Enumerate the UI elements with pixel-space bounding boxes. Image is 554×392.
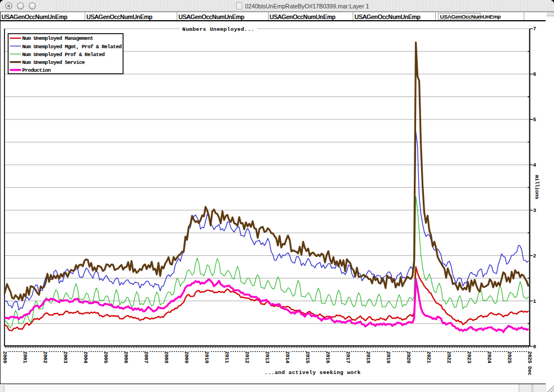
svg-text:1: 1: [533, 298, 537, 305]
svg-text:2005: 2005: [103, 351, 109, 363]
svg-text:2003: 2003: [62, 351, 68, 363]
svg-text:Num Unemployed Service: Num Unemployed Service: [22, 59, 85, 66]
svg-text:millions: millions: [534, 175, 540, 200]
svg-text:2014: 2014: [284, 351, 290, 363]
svg-text:2025: 2025: [506, 351, 513, 363]
svg-text:2019: 2019: [385, 351, 391, 363]
svg-text:7: 7: [533, 26, 537, 32]
svg-text:2024: 2024: [486, 351, 492, 363]
svg-text:2025 Dec: 2025 Dec: [527, 351, 533, 376]
svg-text:2023: 2023: [466, 351, 472, 363]
svg-text:5: 5: [533, 117, 537, 123]
svg-text:2021: 2021: [426, 351, 432, 363]
svg-text:2007: 2007: [143, 351, 149, 363]
svg-text:6: 6: [533, 71, 537, 77]
svg-text:2015: 2015: [304, 351, 311, 363]
svg-text:2006: 2006: [123, 351, 129, 363]
svg-text:2020: 2020: [405, 351, 412, 363]
svg-text:0: 0: [533, 344, 537, 350]
svg-text:2018: 2018: [365, 351, 371, 363]
svg-text:2013: 2013: [264, 351, 270, 363]
svg-text:2017: 2017: [345, 351, 351, 363]
svg-text:4: 4: [533, 162, 537, 168]
svg-text:2000: 2000: [2, 351, 8, 363]
svg-text:3: 3: [533, 207, 537, 214]
svg-text:2001: 2001: [22, 351, 28, 363]
svg-text:2: 2: [533, 253, 537, 259]
svg-text:2009: 2009: [183, 351, 190, 363]
svg-text:Num Unemployed Prof & Related: Num Unemployed Prof & Related: [22, 52, 105, 58]
svg-text:2011: 2011: [224, 351, 230, 363]
svg-text:Numbers Unemployed...: Numbers Unemployed...: [182, 26, 255, 33]
svg-text:Production: Production: [22, 67, 52, 73]
svg-text:2004: 2004: [82, 351, 89, 363]
svg-text:2002: 2002: [42, 351, 48, 363]
svg-text:2016: 2016: [325, 351, 331, 363]
svg-text:2012: 2012: [244, 351, 250, 363]
svg-text:...and actively seeking work: ...and actively seeking work: [265, 370, 361, 376]
svg-text:2010: 2010: [204, 351, 210, 363]
svg-text:2022: 2022: [446, 351, 452, 363]
svg-text:2008: 2008: [163, 351, 169, 363]
svg-text:Num Unemployed Mgmt, Prof & Re: Num Unemployed Mgmt, Prof & Related: [22, 44, 122, 50]
svg-text:Num Unemployed Management: Num Unemployed Management: [22, 35, 94, 41]
